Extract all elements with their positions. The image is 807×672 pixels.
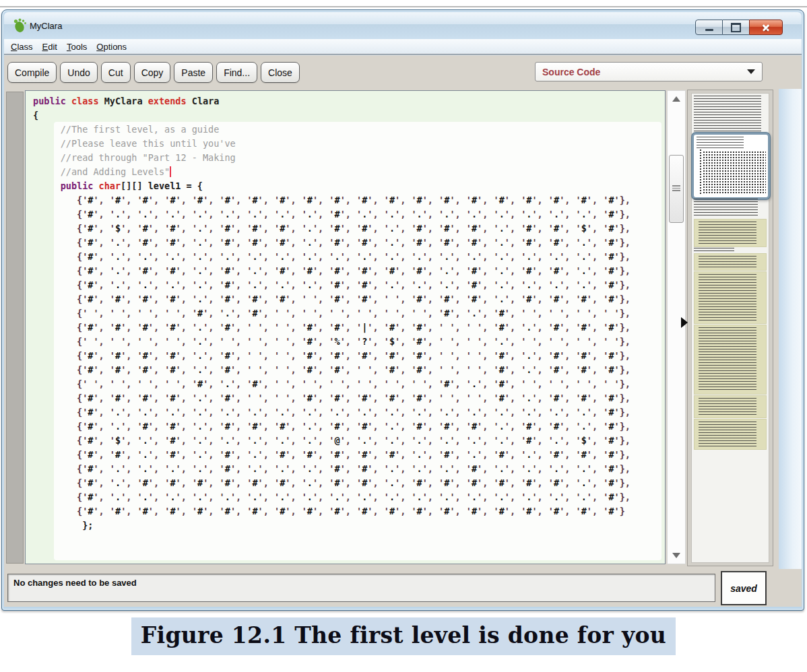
- close-button[interactable]: [749, 20, 783, 35]
- scroll-up-icon[interactable]: [672, 96, 680, 102]
- minimap-code-lines: [694, 248, 734, 251]
- minimap-position-marker-icon[interactable]: [681, 317, 688, 328]
- window-title: MyClara: [30, 21, 62, 31]
- close-icon: [761, 23, 771, 32]
- minimap-maze-pattern: [703, 151, 766, 194]
- title-bar[interactable]: MyClara: [4, 12, 802, 39]
- maximize-icon: [731, 23, 741, 32]
- minimap-method-block: [694, 253, 767, 271]
- minimize-icon: [705, 29, 713, 31]
- maximize-button[interactable]: [723, 20, 749, 35]
- minimap-content: [691, 93, 769, 563]
- figure-caption-text: Figure 12.1 The first level is done for …: [131, 617, 676, 655]
- find-button[interactable]: Find...: [216, 62, 257, 83]
- figure-top-border: [0, 6, 807, 7]
- menu-class[interactable]: Class: [6, 40, 38, 53]
- source-code[interactable]: public class MyClara extends Clara{ //Th…: [33, 94, 631, 533]
- app-footprint-icon: [13, 18, 28, 34]
- code-editor[interactable]: public class MyClara extends Clara{ //Th…: [25, 90, 666, 564]
- minimap-method-block: [694, 271, 767, 324]
- scrollbar-thumb[interactable]: [669, 155, 684, 223]
- minimap-code-lines: [694, 199, 758, 216]
- saved-indicator: saved: [721, 571, 767, 605]
- main-area: public class MyClara extends Clara{ //Th…: [4, 89, 802, 569]
- minimap-method-block: [694, 219, 767, 247]
- scrollbar-grip-icon: [672, 185, 680, 192]
- undo-button[interactable]: Undo: [60, 62, 97, 83]
- figure-caption: Figure 12.1 The first level is done for …: [0, 617, 807, 655]
- scroll-down-icon[interactable]: [672, 553, 680, 558]
- status-message: No changes need to be saved: [13, 578, 137, 588]
- copy-button[interactable]: Copy: [134, 62, 171, 83]
- menu-bar: ClassEditToolsOptions: [4, 39, 802, 55]
- minimap-method-block: [694, 419, 767, 450]
- minimap-maze-left-edge: [700, 149, 701, 194]
- dropdown-arrow-icon: [747, 69, 755, 74]
- editor-left-gutter: [6, 92, 24, 564]
- view-selector-dropdown[interactable]: Source Code: [535, 62, 763, 81]
- page: MyClara ClassEditToolsOptions CompileUnd…: [0, 0, 807, 672]
- view-selector-value: Source Code: [536, 67, 747, 77]
- toolbar: CompileUndoCutCopyPasteFind...Close Sour…: [4, 55, 802, 89]
- menu-options[interactable]: Options: [92, 40, 131, 53]
- minimap-method-block: [694, 395, 767, 418]
- menu-edit[interactable]: Edit: [38, 40, 62, 53]
- minimap-viewport-code: [697, 137, 744, 149]
- minimap-code-lines: [694, 96, 761, 132]
- minimize-button[interactable]: [695, 20, 723, 35]
- status-message-field: No changes need to be saved: [7, 574, 715, 602]
- toolbar-buttons: CompileUndoCutCopyPasteFind...Close: [7, 62, 303, 83]
- code-minimap[interactable]: [687, 90, 773, 566]
- cut-button[interactable]: Cut: [101, 62, 131, 83]
- paste-button[interactable]: Paste: [174, 62, 213, 83]
- myclara-window: MyClara ClassEditToolsOptions CompileUnd…: [1, 9, 804, 611]
- window-controls: [695, 20, 783, 34]
- compile-button[interactable]: Compile: [7, 62, 57, 83]
- close-button[interactable]: Close: [261, 62, 300, 83]
- status-bar: No changes need to be saved saved: [4, 569, 802, 607]
- saved-label: saved: [730, 583, 757, 594]
- minimap-method-block: [694, 325, 767, 395]
- minimap-viewport[interactable]: [692, 133, 770, 199]
- menu-tools[interactable]: Tools: [62, 40, 92, 53]
- window-right-glass-border: [779, 89, 802, 569]
